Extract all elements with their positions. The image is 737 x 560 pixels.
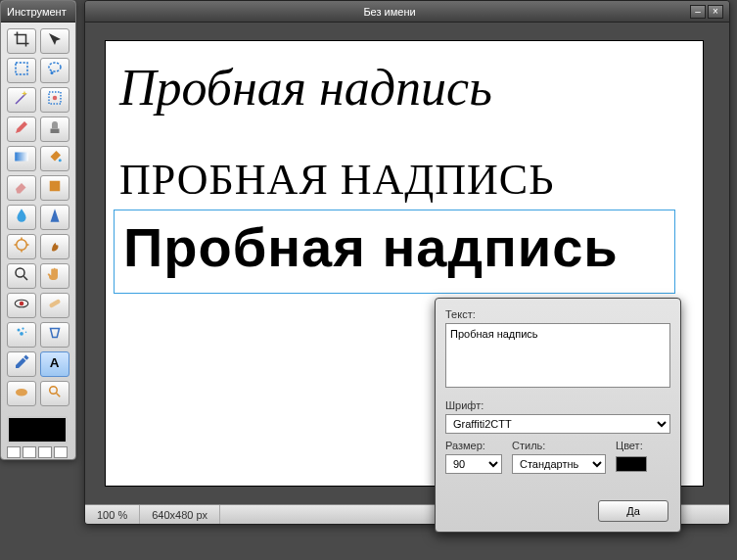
magic-wand-tool[interactable] bbox=[7, 87, 36, 113]
healing-icon bbox=[46, 295, 64, 316]
svg-point-17 bbox=[25, 332, 27, 334]
swatch-mini[interactable] bbox=[38, 446, 52, 458]
gradient-icon bbox=[13, 148, 30, 169]
size-label: Размер: bbox=[445, 440, 502, 451]
zoom-icon bbox=[13, 265, 30, 287]
eyedropper-tool[interactable] bbox=[7, 351, 36, 377]
sponge-tool[interactable] bbox=[7, 381, 36, 406]
size-select[interactable]: 90 bbox=[445, 454, 502, 474]
zoom-level[interactable]: 100 % bbox=[85, 505, 140, 524]
canvas-dimensions: 640x480 px bbox=[140, 505, 220, 524]
bucket-fill-tool[interactable] bbox=[40, 146, 69, 171]
pencil-tool[interactable] bbox=[7, 117, 36, 142]
sample-text-graffiti[interactable]: Пробная надпись bbox=[123, 215, 671, 279]
sponge-icon bbox=[13, 383, 30, 404]
perspective-tool[interactable] bbox=[40, 322, 69, 348]
text-tool[interactable]: A bbox=[40, 351, 69, 377]
move-icon bbox=[46, 30, 64, 52]
ok-button[interactable]: Да bbox=[598, 500, 668, 522]
shape-tool[interactable] bbox=[40, 175, 69, 201]
color-swatch-area bbox=[1, 412, 75, 460]
text-icon: A bbox=[46, 353, 64, 375]
sample-text-script: Пробная надпись bbox=[119, 59, 668, 117]
hand-icon bbox=[46, 265, 64, 287]
svg-point-9 bbox=[17, 240, 27, 251]
svg-point-4 bbox=[53, 96, 58, 101]
foreground-color-swatch[interactable] bbox=[7, 416, 68, 443]
redeye-tool[interactable] bbox=[7, 293, 36, 318]
zoom-tool[interactable] bbox=[7, 263, 36, 289]
close-button[interactable]: × bbox=[708, 5, 723, 19]
perspective-icon bbox=[46, 324, 64, 346]
toolbox-panel: Инструмент A bbox=[0, 0, 76, 460]
swatch-mini[interactable] bbox=[23, 446, 36, 458]
sharpen-tool[interactable] bbox=[40, 205, 69, 230]
blur-tool[interactable] bbox=[7, 205, 36, 230]
toolbox-titlebar[interactable]: Инструмент bbox=[1, 1, 75, 23]
document-titlebar[interactable]: Без имени – × bbox=[85, 1, 729, 23]
search-tool[interactable] bbox=[40, 381, 69, 406]
rect-select-icon bbox=[13, 60, 30, 81]
gradient-tool[interactable] bbox=[7, 146, 36, 171]
eraser-tool[interactable] bbox=[7, 175, 36, 201]
toolbox-title: Инструмент bbox=[7, 1, 67, 23]
bucket-fill-icon bbox=[46, 148, 64, 169]
svg-point-2 bbox=[51, 71, 54, 74]
dodge-icon bbox=[13, 236, 30, 257]
svg-point-12 bbox=[20, 302, 24, 306]
shape-icon bbox=[46, 177, 64, 199]
svg-point-16 bbox=[20, 332, 23, 336]
color-label: Цвет: bbox=[616, 440, 670, 451]
svg-rect-13 bbox=[49, 299, 62, 308]
move-tool[interactable] bbox=[40, 28, 69, 54]
font-label: Шрифт: bbox=[445, 399, 670, 411]
svg-point-20 bbox=[50, 387, 58, 395]
search-icon bbox=[46, 383, 64, 404]
crop-icon bbox=[13, 30, 30, 52]
svg-rect-0 bbox=[16, 63, 27, 74]
swatch-mini[interactable] bbox=[7, 446, 21, 458]
lasso-tool[interactable] bbox=[40, 58, 69, 83]
svg-rect-8 bbox=[50, 181, 61, 192]
rect-select-tool[interactable] bbox=[7, 58, 36, 83]
magic-wand-icon bbox=[13, 89, 30, 111]
sample-text-serif: ПРОБНАЯ НАДПИСЬ bbox=[119, 155, 668, 205]
tool-grid: A bbox=[1, 23, 75, 412]
svg-point-14 bbox=[18, 329, 21, 332]
style-label: Стиль: bbox=[512, 440, 606, 451]
style-select[interactable]: Стандартнь bbox=[512, 454, 606, 474]
text-input[interactable] bbox=[445, 323, 670, 388]
document-title: Без имени bbox=[91, 1, 688, 23]
text-color-swatch[interactable] bbox=[616, 456, 647, 472]
swatch-mini[interactable] bbox=[54, 446, 68, 458]
svg-point-15 bbox=[22, 327, 23, 329]
minimize-button[interactable]: – bbox=[690, 5, 706, 19]
svg-rect-5 bbox=[51, 129, 60, 134]
blur-icon bbox=[13, 207, 30, 228]
svg-text:A: A bbox=[50, 355, 60, 370]
text-tool-dialog[interactable]: Текст: Шрифт: Graffiti2CTT Размер: 90 Ст… bbox=[435, 298, 681, 533]
swatch-history bbox=[7, 446, 69, 458]
clone-stamp-tool[interactable] bbox=[40, 117, 69, 142]
svg-point-10 bbox=[16, 268, 24, 277]
color-select-tool[interactable] bbox=[40, 87, 69, 113]
dodge-tool[interactable] bbox=[7, 234, 36, 259]
color-select-icon bbox=[46, 89, 64, 111]
lasso-icon bbox=[46, 60, 64, 81]
svg-point-19 bbox=[16, 389, 27, 397]
clone-stamp-icon bbox=[46, 118, 64, 140]
pencil-icon bbox=[13, 118, 30, 140]
eyedropper-icon bbox=[13, 353, 30, 375]
airbrush-tool[interactable] bbox=[7, 322, 36, 348]
burn-tool[interactable] bbox=[40, 234, 69, 259]
svg-point-7 bbox=[59, 159, 62, 162]
svg-rect-6 bbox=[15, 153, 28, 162]
healing-tool[interactable] bbox=[40, 293, 69, 318]
sharpen-icon bbox=[46, 207, 64, 228]
crop-tool[interactable] bbox=[7, 28, 36, 54]
font-select[interactable]: Graffiti2CTT bbox=[445, 414, 670, 434]
airbrush-icon bbox=[13, 324, 30, 346]
hand-tool[interactable] bbox=[40, 263, 69, 289]
redeye-icon bbox=[13, 295, 30, 316]
text-label: Текст: bbox=[445, 308, 670, 320]
